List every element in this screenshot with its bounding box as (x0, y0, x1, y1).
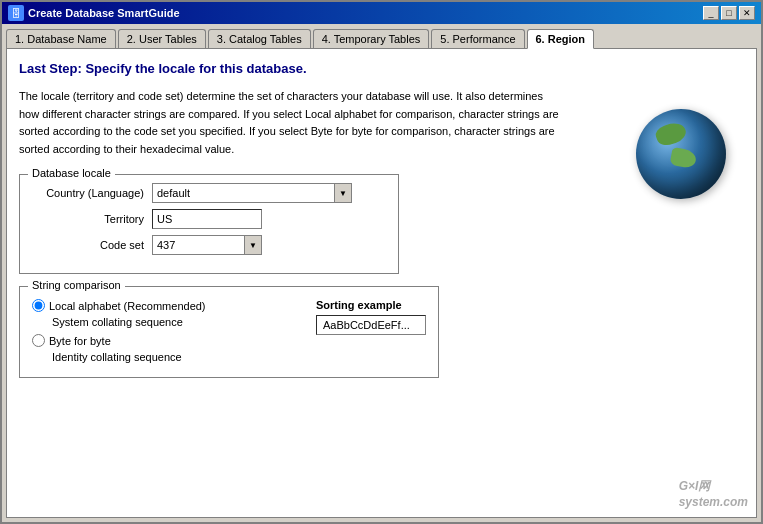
system-collating-row: System collating sequence (52, 316, 296, 328)
local-alphabet-row: Local alphabet (Recommended) (32, 299, 296, 312)
page-description: The locale (territory and code set) dete… (19, 88, 559, 158)
string-comparison-legend: String comparison (28, 279, 125, 291)
identity-collating-row: Identity collating sequence (52, 351, 296, 363)
globe-container (636, 109, 736, 209)
tab-catalog-tables[interactable]: 3. Catalog Tables (208, 29, 311, 49)
country-select-wrapper: default ▼ (152, 183, 352, 203)
tab-database-name[interactable]: 1. Database Name (6, 29, 116, 49)
main-window: 🗄 Create Database SmartGuide _ □ ✕ 1. Da… (0, 0, 763, 524)
content-area: Last Step: Specify the locale for this d… (6, 48, 757, 518)
tab-user-tables[interactable]: 2. User Tables (118, 29, 206, 49)
byte-for-byte-radio[interactable] (32, 334, 45, 347)
sorting-area: Local alphabet (Recommended) System coll… (32, 299, 426, 365)
tab-performance[interactable]: 5. Performance (431, 29, 524, 49)
country-row: Country (Language) default ▼ (32, 183, 386, 203)
code-set-select-wrapper: 437 ▼ (152, 235, 262, 255)
window-title: Create Database SmartGuide (28, 7, 180, 19)
db-locale-group: Database locale Country (Language) defau… (19, 174, 399, 274)
globe-graphic (636, 109, 726, 199)
tab-region[interactable]: 6. Region (527, 29, 595, 49)
titlebar-left: 🗄 Create Database SmartGuide (8, 5, 180, 21)
identity-collating-label: Identity collating sequence (52, 351, 182, 363)
code-set-row: Code set 437 ▼ (32, 235, 386, 255)
string-comparison-group: String comparison Local alphabet (Recomm… (19, 286, 439, 378)
app-icon: 🗄 (8, 5, 24, 21)
watermark: G×I网system.com (679, 478, 748, 509)
system-collating-label: System collating sequence (52, 316, 183, 328)
left-col: Local alphabet (Recommended) System coll… (32, 299, 296, 365)
local-alphabet-label: Local alphabet (Recommended) (49, 300, 206, 312)
tab-bar: 1. Database Name 2. User Tables 3. Catal… (2, 24, 761, 48)
code-set-label: Code set (32, 239, 152, 251)
country-label: Country (Language) (32, 187, 152, 199)
page-title: Last Step: Specify the locale for this d… (19, 61, 744, 76)
territory-row: Territory (32, 209, 386, 229)
right-col: Sorting example AaBbCcDdEeFf... (316, 299, 426, 335)
country-select[interactable]: default (152, 183, 352, 203)
db-locale-legend: Database locale (28, 167, 115, 179)
sorting-example-box: AaBbCcDdEeFf... (316, 315, 426, 335)
titlebar-controls: _ □ ✕ (703, 6, 755, 20)
titlebar: 🗄 Create Database SmartGuide _ □ ✕ (2, 2, 761, 24)
maximize-button[interactable]: □ (721, 6, 737, 20)
byte-for-byte-row: Byte for byte (32, 334, 296, 347)
code-set-select-arrow[interactable]: ▼ (244, 235, 262, 255)
byte-for-byte-label: Byte for byte (49, 335, 111, 347)
sorting-example-header: Sorting example (316, 299, 426, 311)
territory-field[interactable] (152, 209, 262, 229)
tab-temporary-tables[interactable]: 4. Temporary Tables (313, 29, 430, 49)
territory-label: Territory (32, 213, 152, 225)
close-button[interactable]: ✕ (739, 6, 755, 20)
country-select-arrow[interactable]: ▼ (334, 183, 352, 203)
minimize-button[interactable]: _ (703, 6, 719, 20)
local-alphabet-radio[interactable] (32, 299, 45, 312)
